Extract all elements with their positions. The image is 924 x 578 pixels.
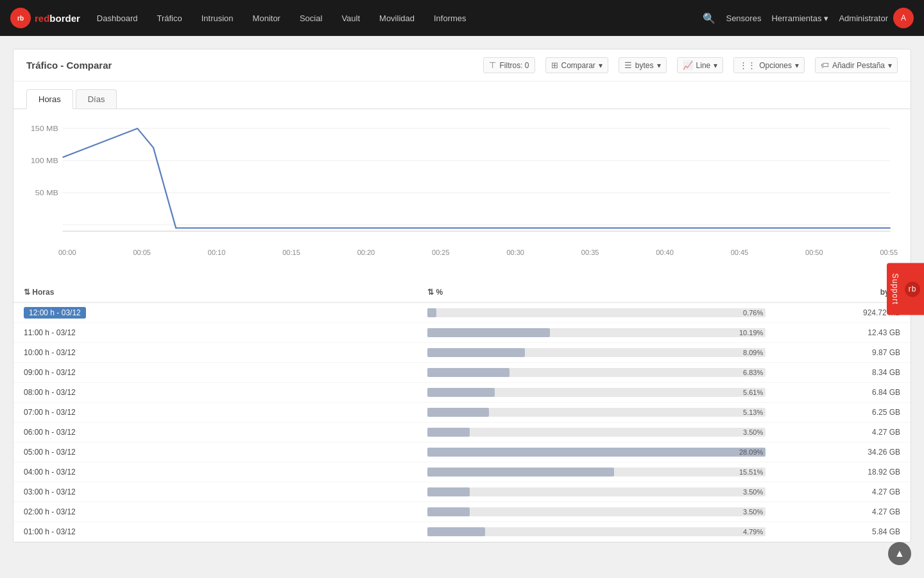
table-row[interactable]: 07:00 h - 03/12 5.13% 6.25 GB bbox=[13, 403, 911, 423]
nav-trafico[interactable]: Tráfico bbox=[148, 10, 191, 27]
bar-pct-label: 3.50% bbox=[743, 508, 763, 516]
bar-cell: 3.50% bbox=[417, 423, 776, 442]
content-box: Tráfico - Comparar ⊤ Filtros: 0 ⊞ Compar… bbox=[13, 49, 911, 543]
bar-cell: 8.09% bbox=[417, 343, 776, 363]
bar-bg: 5.13% bbox=[427, 408, 766, 417]
bar-fill bbox=[427, 328, 550, 337]
bar-pct-label: 28.09% bbox=[739, 448, 763, 456]
row-label: 06:00 h - 03/12 bbox=[13, 423, 417, 442]
admin-menu[interactable]: Administrator A bbox=[839, 8, 914, 28]
nav-intrusion[interactable]: Intrusion bbox=[193, 10, 243, 27]
filter-icon: ⊤ bbox=[489, 60, 496, 70]
bar-bg: 3.50% bbox=[427, 428, 766, 437]
table-row[interactable]: 06:00 h - 03/12 3.50% 4.27 GB bbox=[13, 423, 911, 442]
line-button[interactable]: 📈 Line ▾ bbox=[677, 57, 724, 73]
bar-pct-label: 10.19% bbox=[739, 329, 763, 337]
x-label-2: 00:10 bbox=[208, 249, 226, 256]
bytes-button[interactable]: ☰ bytes ▾ bbox=[619, 57, 667, 73]
chart-container: 150 MB 100 MB 50 MB 00:00 00:05 00:10 00… bbox=[26, 122, 898, 270]
svg-text:100 MB: 100 MB bbox=[31, 157, 58, 164]
nav-social[interactable]: Social bbox=[291, 10, 331, 27]
nav-vault[interactable]: Vault bbox=[332, 10, 369, 27]
table-row[interactable]: 04:00 h - 03/12 15.51% 18.92 GB bbox=[13, 462, 911, 482]
bar-cell: 10.19% bbox=[417, 323, 776, 343]
tabs: Horas Días bbox=[13, 82, 911, 109]
col-horas[interactable]: ⇅ Horas bbox=[13, 283, 417, 302]
table-row[interactable]: 01:00 h - 03/12 4.79% 5.84 GB bbox=[13, 522, 911, 542]
chevron-down-icon: ▾ bbox=[888, 61, 892, 70]
table-row[interactable]: 08:00 h - 03/12 5.61% 6.84 GB bbox=[13, 383, 911, 403]
bar-fill bbox=[427, 368, 509, 377]
comparar-button[interactable]: ⊞ Comparar ▾ bbox=[545, 57, 608, 73]
support-button[interactable]: rb Support bbox=[887, 263, 924, 315]
table-row[interactable]: 12:00 h - 03/12 0.76% 924.72 MB bbox=[13, 302, 911, 323]
tab-dias[interactable]: Días bbox=[76, 89, 117, 109]
bar-cell: 3.50% bbox=[417, 502, 776, 522]
chevron-down-icon: ▾ bbox=[795, 61, 799, 70]
chart-area: 150 MB 100 MB 50 MB 00:00 00:05 00:10 00… bbox=[13, 109, 911, 276]
row-label: 09:00 h - 03/12 bbox=[13, 363, 417, 383]
bar-fill bbox=[427, 507, 470, 516]
nav-dashboard[interactable]: Dashboard bbox=[88, 10, 147, 27]
añadir-pestaña-button[interactable]: 🏷 Añadir Pestaña ▾ bbox=[815, 57, 898, 73]
bar-bg: 5.61% bbox=[427, 388, 766, 397]
bar-pct-label: 3.50% bbox=[743, 428, 763, 436]
support-icon: rb bbox=[905, 281, 920, 297]
col-pct[interactable]: ⇅ % bbox=[417, 283, 776, 302]
bytes-value: 4.27 GB bbox=[776, 482, 911, 502]
nav-informes[interactable]: Informes bbox=[425, 10, 475, 27]
bar-pct-label: 4.79% bbox=[743, 528, 763, 536]
tab-horas[interactable]: Horas bbox=[26, 89, 73, 109]
bytes-value: 9.87 GB bbox=[776, 343, 911, 363]
filtros-button[interactable]: ⊤ Filtros: 0 bbox=[483, 57, 535, 73]
table-row[interactable]: 03:00 h - 03/12 3.50% 4.27 GB bbox=[13, 482, 911, 502]
grid-icon: ⋮⋮ bbox=[739, 60, 756, 70]
bar-fill bbox=[427, 468, 614, 477]
row-label: 04:00 h - 03/12 bbox=[13, 462, 417, 482]
bar-fill bbox=[427, 308, 436, 317]
table-row[interactable]: 10:00 h - 03/12 8.09% 9.87 GB bbox=[13, 343, 911, 363]
bar-bg: 15.51% bbox=[427, 468, 766, 477]
sensores-link[interactable]: Sensores bbox=[726, 13, 761, 23]
bar-bg: 3.50% bbox=[427, 507, 766, 516]
bar-bg: 28.09% bbox=[427, 448, 766, 457]
bytes-value: 6.84 GB bbox=[776, 383, 911, 403]
brand[interactable]: rb redborder bbox=[10, 8, 80, 28]
x-label-7: 00:35 bbox=[581, 249, 599, 256]
bar-fill bbox=[427, 448, 766, 457]
table-row[interactable]: 11:00 h - 03/12 10.19% 12.43 GB bbox=[13, 323, 911, 343]
x-label-9: 00:45 bbox=[731, 249, 749, 256]
bytes-value: 4.27 GB bbox=[776, 423, 911, 442]
bytes-value: 34.26 GB bbox=[776, 442, 911, 462]
row-label: 07:00 h - 03/12 bbox=[13, 403, 417, 423]
herramientas-dropdown[interactable]: Herramientas ▾ bbox=[771, 13, 828, 23]
bar-cell: 0.76% bbox=[417, 302, 776, 323]
bar-fill bbox=[427, 527, 485, 536]
bar-fill bbox=[427, 388, 495, 397]
bar-pct-label: 0.76% bbox=[743, 309, 763, 317]
table-row[interactable]: 02:00 h - 03/12 3.50% 4.27 GB bbox=[13, 502, 911, 522]
table-row[interactable]: 09:00 h - 03/12 6.83% 8.34 GB bbox=[13, 363, 911, 383]
row-label: 01:00 h - 03/12 bbox=[13, 522, 417, 542]
row-label: 10:00 h - 03/12 bbox=[13, 343, 417, 363]
row-label: 05:00 h - 03/12 bbox=[13, 442, 417, 462]
x-label-3: 00:15 bbox=[282, 249, 300, 256]
compare-icon: ⊞ bbox=[551, 60, 558, 70]
opciones-button[interactable]: ⋮⋮ Opciones ▾ bbox=[733, 57, 805, 73]
chart-icon: 📈 bbox=[683, 60, 693, 70]
table-row[interactable]: 05:00 h - 03/12 28.09% 34.26 GB bbox=[13, 442, 911, 462]
chevron-down-icon: ▾ bbox=[599, 61, 603, 70]
svg-text:50 MB: 50 MB bbox=[35, 189, 58, 197]
sort-icon: ⇅ bbox=[427, 288, 434, 297]
nav-monitor[interactable]: Monitor bbox=[244, 10, 289, 27]
nav-movilidad[interactable]: Movilidad bbox=[370, 10, 424, 27]
bytes-value: 8.34 GB bbox=[776, 363, 911, 383]
search-icon[interactable]: 🔍 bbox=[703, 12, 715, 24]
x-label-5: 00:25 bbox=[432, 249, 450, 256]
bytes-value: 6.25 GB bbox=[776, 403, 911, 423]
brand-logo: rb bbox=[10, 8, 31, 28]
bar-pct-label: 5.61% bbox=[743, 389, 763, 396]
nav-right: 🔍 Sensores Herramientas ▾ Administrator … bbox=[703, 8, 914, 28]
x-label-8: 00:40 bbox=[656, 249, 674, 256]
x-label-4: 00:20 bbox=[357, 249, 375, 256]
